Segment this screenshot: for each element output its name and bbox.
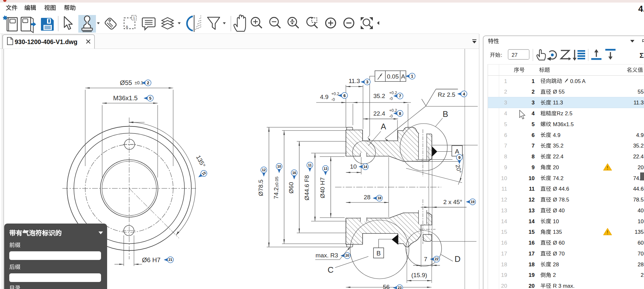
svg-text:74.2: 74.2 [553, 175, 563, 181]
svg-text:8: 8 [399, 111, 401, 116]
svg-text:max. R3: max. R3 [316, 252, 338, 259]
svg-text:16: 16 [292, 171, 296, 175]
svg-text:-0: -0 [389, 114, 393, 118]
svg-text:0.05: 0.05 [387, 73, 399, 80]
svg-text:19: 19 [529, 272, 535, 278]
svg-text:A: A [381, 122, 386, 131]
svg-text:M36x1.5: M36x1.5 [113, 95, 138, 102]
svg-text:6: 6 [532, 132, 535, 138]
svg-text:Σ: Σ [640, 51, 644, 59]
svg-text:44.6: 44.6 [633, 186, 644, 192]
svg-text:B: B [376, 250, 381, 257]
svg-text:5: 5 [504, 121, 507, 127]
svg-text:8: 8 [504, 154, 507, 160]
svg-text:9: 9 [532, 164, 535, 171]
svg-text:17: 17 [529, 251, 535, 257]
svg-text::: : [501, 52, 502, 58]
svg-text:3: 3 [366, 80, 368, 84]
svg-text:13: 13 [501, 208, 507, 214]
svg-text:1: 1 [504, 78, 507, 84]
svg-text:+0.2: +0.2 [389, 108, 397, 113]
svg-text:11.3: 11.3 [633, 100, 644, 106]
svg-text:21: 21 [169, 258, 172, 262]
svg-text:Ø 60: Ø 60 [553, 240, 565, 246]
svg-text:6: 6 [504, 132, 507, 138]
svg-text:Ø 78.5: Ø 78.5 [553, 197, 569, 203]
svg-text:6: 6 [343, 93, 346, 98]
svg-text:8: 8 [532, 154, 535, 160]
svg-text:R 3 max.: R 3 max. [553, 283, 575, 289]
svg-text:0.05 A: 0.05 A [570, 78, 586, 84]
svg-text:55: 55 [638, 89, 644, 95]
svg-text:28: 28 [638, 262, 644, 268]
svg-text:2: 2 [147, 80, 149, 85]
svg-text:+0.2: +0.2 [389, 91, 397, 95]
svg-text:12: 12 [501, 197, 507, 203]
svg-text:4: 4 [532, 110, 535, 117]
svg-text:930-1200-406-V1.dwg: 930-1200-406-V1.dwg [15, 38, 77, 45]
svg-text:20: 20 [638, 164, 644, 171]
svg-text:2 x 45°: 2 x 45° [443, 199, 462, 205]
svg-text:Ø55: Ø55 [120, 79, 132, 86]
svg-text:5: 5 [532, 121, 535, 127]
svg-text:10: 10 [553, 218, 559, 224]
svg-text:28: 28 [553, 262, 559, 268]
svg-text:35.2: 35.2 [553, 143, 563, 149]
svg-text:12: 12 [529, 197, 535, 203]
svg-text:18: 18 [501, 262, 507, 268]
svg-text:7: 7 [504, 143, 507, 149]
svg-text:Ø 55: Ø 55 [553, 89, 565, 95]
svg-text:12: 12 [262, 168, 266, 172]
svg-text:10: 10 [350, 163, 357, 170]
svg-text:15: 15 [501, 229, 507, 235]
svg-text:Ø60: Ø60 [288, 182, 295, 194]
svg-text:C: C [328, 265, 334, 275]
svg-text:7: 7 [532, 143, 535, 149]
svg-text:2: 2 [532, 89, 535, 95]
svg-text:10: 10 [529, 175, 535, 181]
svg-text:1: 1 [133, 16, 135, 20]
svg-text:19: 19 [501, 272, 507, 278]
svg-text:11.3: 11.3 [349, 78, 360, 84]
svg-text:56: 56 [383, 284, 389, 289]
svg-text:A: A [455, 148, 459, 155]
svg-text:D: D [455, 254, 461, 264]
svg-text:Ø40 H7: Ø40 H7 [319, 177, 326, 198]
svg-text:Ø 44.6: Ø 44.6 [553, 186, 569, 192]
svg-text:17: 17 [501, 251, 507, 257]
svg-text:11: 11 [529, 186, 535, 192]
svg-text:A: A [401, 73, 405, 80]
svg-text:B: B [443, 109, 448, 119]
svg-text:1: 1 [532, 78, 535, 84]
svg-text:14: 14 [501, 218, 507, 224]
svg-text:A: A [126, 25, 128, 29]
svg-text:18: 18 [377, 196, 381, 200]
svg-text:35.2: 35.2 [633, 143, 644, 149]
svg-text:22.4: 22.4 [553, 154, 563, 160]
svg-text:Ø44.6 F8: Ø44.6 F8 [303, 175, 310, 200]
svg-text:Ø78.5: Ø78.5 [257, 179, 264, 196]
svg-text:22.4: 22.4 [373, 110, 385, 117]
svg-text:20: 20 [501, 283, 507, 289]
svg-text:60: 60 [638, 240, 644, 246]
svg-text:Rz 2.5: Rz 2.5 [557, 110, 572, 117]
svg-text:4: 4 [463, 92, 465, 96]
svg-text:15: 15 [529, 229, 535, 235]
svg-text:18: 18 [529, 262, 535, 268]
svg-text:1: 1 [411, 74, 413, 79]
svg-text:11: 11 [308, 163, 311, 167]
svg-text:16: 16 [501, 240, 507, 246]
svg-text:14: 14 [529, 218, 535, 224]
svg-text:Ø6 H7: Ø6 H7 [142, 256, 161, 263]
svg-text:7: 7 [399, 94, 401, 98]
svg-text:28: 28 [364, 194, 370, 201]
svg-text:-0: -0 [389, 96, 393, 101]
svg-text:Ø 70: Ø 70 [553, 251, 565, 257]
svg-text:22.4: 22.4 [633, 154, 644, 160]
svg-text:10: 10 [638, 218, 644, 224]
svg-text:4.9: 4.9 [636, 132, 644, 138]
svg-text:5: 5 [149, 96, 151, 101]
svg-text:4.9: 4.9 [320, 94, 328, 100]
svg-text:M36x1.5: M36x1.5 [553, 121, 574, 127]
svg-text:35.2: 35.2 [373, 93, 385, 99]
